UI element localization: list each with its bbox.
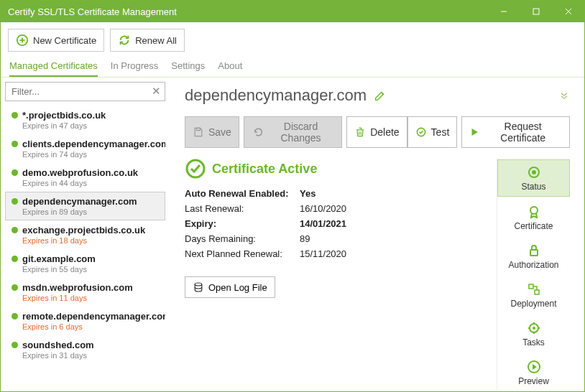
cert-item[interactable]: clients.dependencymanager.comExpires in … xyxy=(5,134,165,163)
cert-item[interactable]: remote.dependencymanager.comExpires in 6… xyxy=(5,307,165,335)
cert-name: remote.dependencymanager.com xyxy=(22,311,165,322)
delete-label: Delete xyxy=(370,126,399,138)
detail-value: 89 xyxy=(300,233,415,244)
cert-item[interactable]: msdn.webprofusion.comExpires in 11 days xyxy=(5,278,165,307)
detail-label: Days Remaining: xyxy=(185,233,300,244)
status-dot-icon xyxy=(11,227,18,233)
cert-item[interactable]: soundshed.comExpires in 31 days xyxy=(5,335,165,364)
status-dot-icon xyxy=(11,284,18,291)
edit-icon[interactable] xyxy=(374,89,387,102)
open-log-label: Open Log File xyxy=(208,282,267,293)
cert-item[interactable]: demo.webprofusion.co.ukExpires in 44 day… xyxy=(5,163,165,192)
chevron-double-down-icon[interactable] xyxy=(558,90,570,101)
test-button[interactable]: Test xyxy=(407,116,458,148)
detail-value: Yes xyxy=(300,188,415,199)
cert-expiry: Expires in 31 days xyxy=(22,351,163,360)
trash-icon xyxy=(354,126,366,138)
sidenav-label: Preview xyxy=(518,376,549,386)
preview-icon xyxy=(527,360,541,374)
status-dot-icon xyxy=(11,256,18,262)
detail-pane: dependencymanager.com Save Discard Chang… xyxy=(167,78,584,391)
sidenav-preview[interactable]: Preview xyxy=(497,355,570,391)
cert-name: git.example.com xyxy=(22,253,96,264)
tasks-icon xyxy=(527,321,541,335)
action-row: Save Discard Changes Delete Test xyxy=(185,116,570,148)
certificate-icon xyxy=(527,205,541,219)
tab-about[interactable]: About xyxy=(218,57,242,77)
sidenav-label: Status xyxy=(521,182,545,192)
sidenav-authorization[interactable]: Authorization xyxy=(497,238,570,274)
test-label: Test xyxy=(431,126,450,138)
sidenav-deployment[interactable]: Deployment xyxy=(497,277,570,313)
cert-item[interactable]: *.projectbids.co.ukExpires in 47 days xyxy=(5,106,165,134)
filter-input[interactable] xyxy=(5,82,165,101)
new-certificate-button[interactable]: New Certificate xyxy=(8,29,104,52)
svg-rect-17 xyxy=(530,250,538,256)
minimize-button[interactable] xyxy=(487,1,520,22)
discard-label: Discard Changes xyxy=(267,121,334,144)
save-button[interactable]: Save xyxy=(185,116,239,148)
svg-point-15 xyxy=(532,170,536,174)
detail-label: Next Planned Renewal: xyxy=(185,248,300,259)
svg-rect-1 xyxy=(533,9,539,14)
sidenav-label: Tasks xyxy=(522,337,545,347)
detail-value: 16/10/2020 xyxy=(300,203,415,214)
database-icon xyxy=(193,281,204,293)
status-icon xyxy=(527,165,541,179)
cert-name: msdn.webprofusion.com xyxy=(22,282,133,293)
action-right: Test Request Certificate xyxy=(407,116,570,148)
tab-bar: Managed CertificatesIn ProgressSettingsA… xyxy=(1,57,584,78)
cert-name: demo.webprofusion.co.uk xyxy=(22,167,138,178)
detail-label: Expiry: xyxy=(185,218,300,229)
authorization-icon xyxy=(527,243,541,258)
cert-name: soundshed.com xyxy=(22,340,94,350)
cert-item[interactable]: git.example.comExpires in 55 days xyxy=(5,249,165,278)
clear-filter-icon[interactable]: ✕ xyxy=(152,85,161,98)
request-certificate-button[interactable]: Request Certificate xyxy=(461,116,570,148)
detail-sidenav: StatusCertificateAuthorizationDeployment… xyxy=(497,158,570,391)
tab-in-progress[interactable]: In Progress xyxy=(111,57,158,77)
cert-expiry: Expires in 11 days xyxy=(22,294,163,302)
sidenav-label: Deployment xyxy=(510,299,556,309)
maximize-button[interactable] xyxy=(520,1,552,22)
cert-item[interactable]: exchange.projectbids.co.ukExpires in 18 … xyxy=(5,220,165,249)
cert-name: *.projectbids.co.uk xyxy=(22,110,106,121)
cert-expiry: Expires in 89 days xyxy=(22,207,163,216)
delete-button[interactable]: Delete xyxy=(346,116,407,148)
status-dot-icon xyxy=(11,141,18,147)
status-dot-icon xyxy=(11,342,18,348)
undo-icon xyxy=(252,126,263,138)
cert-item[interactable]: dependencymanager.comExpires in 89 days xyxy=(5,192,165,220)
action-left: Save Discard Changes Delete xyxy=(185,116,407,148)
refresh-icon xyxy=(118,34,131,47)
save-label: Save xyxy=(208,126,231,138)
details: Certificate Active Auto Renewal Enabled:… xyxy=(185,158,491,391)
content: ✕ *.projectbids.co.ukExpires in 47 daysc… xyxy=(1,78,584,391)
close-button[interactable] xyxy=(552,1,584,22)
status-check-icon xyxy=(185,158,206,179)
cert-name: clients.dependencymanager.com xyxy=(22,139,165,149)
deployment-icon xyxy=(527,282,541,297)
sidenav-label: Certificate xyxy=(514,221,553,231)
tab-managed-certificates[interactable]: Managed Certificates xyxy=(9,57,98,77)
discard-button[interactable]: Discard Changes xyxy=(244,116,342,148)
detail-row: Expiry:14/01/2021 xyxy=(185,218,491,229)
plus-circle-icon xyxy=(16,34,29,47)
sidenav-certificate[interactable]: Certificate xyxy=(497,200,570,235)
request-label: Request Certificate xyxy=(484,121,562,144)
check-circle-icon xyxy=(415,126,427,138)
domain-title: dependencymanager.com xyxy=(185,86,367,105)
certificate-list: *.projectbids.co.ukExpires in 47 dayscli… xyxy=(5,106,165,364)
status-dot-icon xyxy=(11,169,18,176)
sidenav-status[interactable]: Status xyxy=(497,159,570,197)
renew-all-button[interactable]: Renew All xyxy=(110,29,185,52)
titlebar: Certify SSL/TLS Certificate Management xyxy=(1,1,584,22)
detail-row: Next Planned Renewal:15/11/2020 xyxy=(185,248,491,259)
open-log-file-button[interactable]: Open Log File xyxy=(185,276,275,298)
tab-settings[interactable]: Settings xyxy=(171,57,205,77)
sidenav-tasks[interactable]: Tasks xyxy=(497,316,570,352)
new-certificate-label: New Certificate xyxy=(33,35,96,46)
heading: dependencymanager.com xyxy=(185,86,387,105)
sidebar: ✕ *.projectbids.co.ukExpires in 47 daysc… xyxy=(1,78,167,391)
heading-row: dependencymanager.com xyxy=(185,86,570,105)
